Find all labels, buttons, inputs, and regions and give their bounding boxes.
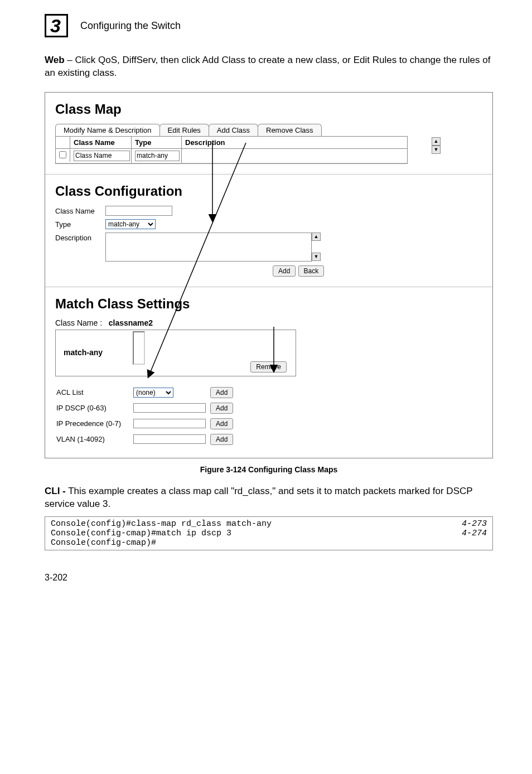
cli-paragraph: CLI - This example creates a class map c… [45,485,493,511]
acl-list-select[interactable]: (none) [133,388,173,398]
vlan-add-button[interactable]: Add [210,434,233,445]
class-config-heading: Class Configuration [55,183,482,199]
cli-line-3: Console(config-cmap)# [51,538,156,548]
intro-text: – Click QoS, DiffServ, then click Add Cl… [45,55,490,78]
cli-console-box: Console(config)#class-map rd_class match… [45,516,493,550]
mcs-classname-label: Class Name : [55,318,102,327]
row-ip-dscp-label: IP DSCP (0-63) [56,401,132,415]
ip-prec-input[interactable] [133,419,206,428]
tab-edit-rules[interactable]: Edit Rules [159,124,209,136]
class-name-input[interactable] [105,206,172,216]
label-class-name: Class Name [55,206,105,215]
row-vlan-label: VLAN (1-4092) [56,432,132,447]
label-description: Description [55,233,105,242]
cli-line-2: Console(config-cmap)#match ip dscp 3 [51,529,231,538]
add-button[interactable]: Add [273,265,296,277]
col-type: Type [132,137,182,148]
row-acl-list-label: ACL List [56,385,132,400]
remove-button[interactable]: Remove [250,361,287,373]
match-any-label: match-any [64,348,103,357]
match-class-heading: Match Class Settings [55,296,482,312]
textarea-scroll-up-icon[interactable]: ▲ [312,233,321,241]
class-map-heading: Class Map [55,101,482,117]
row-checkbox[interactable] [59,151,66,158]
match-listbox[interactable] [133,331,145,365]
row-ip-prec-label: IP Precedence (0-7) [56,417,132,431]
vlan-input[interactable] [133,434,206,444]
cli-bold: CLI - [45,486,66,496]
row-type-value[interactable]: match-any [135,151,180,161]
description-textarea[interactable] [105,233,312,262]
chapter-badge: 3 [45,14,68,37]
ip-dscp-input[interactable] [133,403,206,413]
intro-paragraph: Web – Click QoS, DiffServ, then click Ad… [45,54,493,80]
col-class-name: Class Name [70,137,132,148]
label-type: Type [55,219,105,229]
type-select[interactable]: match-any [105,219,156,229]
mcs-classname-value: classname2 [109,318,153,327]
back-button[interactable]: Back [298,265,325,277]
row-classname-input[interactable] [74,151,130,161]
figure-caption: Figure 3-124 Configuring Class Maps [45,465,493,474]
page-title: Configuring the Switch [80,20,181,32]
tab-remove-class[interactable]: Remove Class [258,124,322,136]
tab-add-class[interactable]: Add Class [209,124,258,136]
tab-modify-name[interactable]: Modify Name & Description [55,124,160,136]
acl-add-button[interactable]: Add [210,387,233,398]
cli-ref-1: 4-273 [462,519,487,529]
scroll-up-icon[interactable]: ▲ [432,137,441,146]
page-number: 3-202 [45,573,493,583]
cli-ref-2: 4-274 [462,529,487,538]
ip-dscp-add-button[interactable]: Add [210,403,233,414]
cli-line-1: Console(config)#class-map rd_class match… [51,519,272,529]
col-description: Description [182,137,407,148]
intro-bold: Web [45,55,65,65]
ip-prec-add-button[interactable]: Add [210,418,233,429]
textarea-scroll-down-icon[interactable]: ▼ [312,253,321,261]
scroll-down-icon[interactable]: ▼ [432,146,441,154]
cli-text: This example creates a class map call "r… [45,486,472,509]
